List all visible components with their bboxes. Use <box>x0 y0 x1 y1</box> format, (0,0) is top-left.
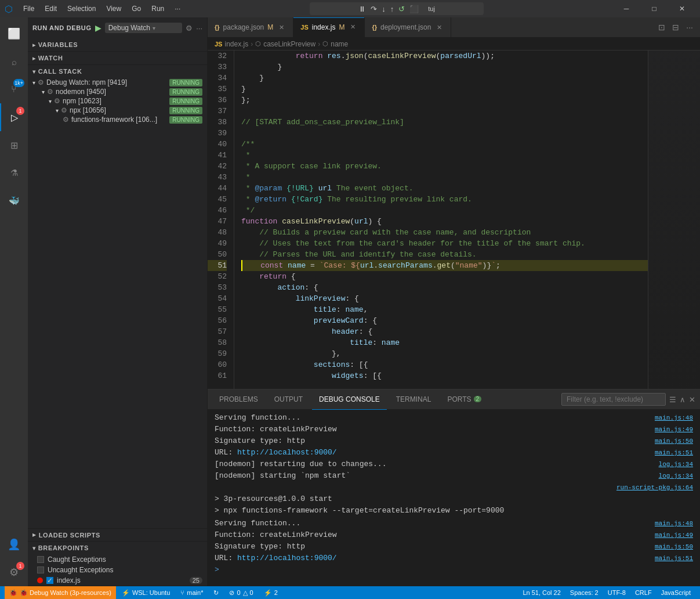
testing-activity-icon[interactable]: ⚗ <box>0 159 28 187</box>
tab-terminal[interactable]: TERMINAL <box>389 389 438 410</box>
status-wsl[interactable]: ⚡ WSL: Ubuntu <box>117 586 175 599</box>
call-stack-item-nodemon[interactable]: ▾ ⚙ nodemon [9450] RUNNING <box>28 87 207 96</box>
call-stack-item-npx[interactable]: ▾ ⚙ npx [10656] RUNNING <box>28 106 207 115</box>
call-stack-header[interactable]: ▾ CALL STACK <box>28 65 207 78</box>
tab-output[interactable]: OUTPUT <box>267 389 310 410</box>
console-link-1[interactable]: main.js:48 <box>655 413 693 423</box>
menu-edit[interactable]: Edit <box>40 3 61 14</box>
breakpoint-index-js[interactable]: ✓ index.js 25 <box>28 575 207 586</box>
status-position[interactable]: Ln 51, Col 22 <box>518 586 565 599</box>
menu-run[interactable]: Run <box>147 3 169 14</box>
call-stack-item-debug-watch[interactable]: ▾ ⚙ Debug Watch: npm [9419] RUNNING <box>28 78 207 87</box>
panel-close-icon[interactable]: ✕ <box>689 395 695 404</box>
status-left: 🐞 🐞 Debug Watch (3p-resources) ⚡ WSL: Ub… <box>5 586 282 599</box>
debug-config-dropdown[interactable]: Debug Watch ▾ <box>105 23 182 33</box>
console-link-7[interactable]: run-script-pkg.js:64 <box>616 482 693 493</box>
breadcrumb-variable[interactable]: name <box>331 40 348 48</box>
console-link-14[interactable]: main.js:51 <box>655 553 693 564</box>
code-line-40: /** <box>241 139 648 150</box>
tab-close-deployment-json[interactable]: ✕ <box>434 23 444 32</box>
call-stack-item-functions-framework[interactable]: ⚙ functions-framework [106...] RUNNING <box>28 115 207 124</box>
code-content[interactable]: return res.json(caseLinkPreview(parsedUr… <box>234 50 648 389</box>
loaded-scripts-header[interactable]: ▸ LOADED SCRIPTS <box>28 529 207 541</box>
more-tabs-icon[interactable]: ··· <box>684 21 695 33</box>
debug-count-label: 2 <box>274 589 278 596</box>
chevron-nodemon: ▾ <box>42 89 45 95</box>
source-control-activity-icon[interactable]: ⑂ 1k+ <box>0 75 28 103</box>
debug-pause-icon[interactable]: ⏸ <box>358 5 366 13</box>
tab-ports[interactable]: PORTS 2 <box>440 389 488 410</box>
code-line-50: // Parses the URL and identify the case … <box>241 249 648 260</box>
status-debug-session[interactable]: 🐞 🐞 Debug Watch (3p-resources) <box>5 586 116 599</box>
start-debug-button[interactable]: ▶ <box>95 23 101 33</box>
code-line-52: return { <box>241 271 648 282</box>
status-line-ending[interactable]: CRLF <box>630 586 657 599</box>
extensions-activity-icon[interactable]: ⊞ <box>0 131 28 159</box>
panel-expand-icon[interactable]: ∧ <box>680 395 686 404</box>
breakpoint-caught-exceptions[interactable]: Caught Exceptions <box>28 554 207 565</box>
tab-problems[interactable]: PROBLEMS <box>212 389 265 410</box>
debug-settings-icon[interactable]: ⚙ <box>186 24 193 33</box>
menu-file[interactable]: File <box>19 3 39 14</box>
console-link-6[interactable]: log.js:34 <box>659 471 693 481</box>
debug-step-out-icon[interactable]: ↑ <box>390 5 394 13</box>
run-debug-activity-icon[interactable]: ▷ 1 <box>0 103 28 131</box>
tab-close-index-js[interactable]: ✕ <box>348 23 357 32</box>
uncaught-exceptions-checkbox[interactable] <box>37 566 44 573</box>
split-editor-icon[interactable]: ⊡ <box>656 21 668 33</box>
account-activity-icon[interactable]: 👤 <box>0 531 28 558</box>
debug-step-over-icon[interactable]: ↷ <box>371 5 377 13</box>
breadcrumb-function[interactable]: caseLinkPreview <box>263 40 315 48</box>
breadcrumb-var-icon: ⬡ <box>322 40 328 48</box>
tab-debug-console[interactable]: DEBUG CONSOLE <box>312 389 387 410</box>
layout-icon[interactable]: ⊟ <box>670 21 681 33</box>
caught-exceptions-checkbox[interactable] <box>37 556 44 563</box>
console-link-2[interactable]: main.js:49 <box>655 424 693 435</box>
debug-more-icon[interactable]: ··· <box>196 24 202 33</box>
console-link-11[interactable]: main.js:48 <box>655 518 693 529</box>
filter-list-icon[interactable]: ☰ <box>669 395 676 404</box>
status-encoding[interactable]: UTF-8 <box>603 586 630 599</box>
menu-more[interactable]: ··· <box>170 3 185 14</box>
status-errors[interactable]: ⊘ 0 △ 0 <box>224 586 257 599</box>
console-line-8: > 3p-resources@1.0.0 start <box>208 493 700 505</box>
explorer-activity-icon[interactable]: ⬜ <box>0 20 28 48</box>
console-link-12[interactable]: main.js:49 <box>655 530 693 540</box>
breadcrumb-file[interactable]: index.js <box>224 40 248 48</box>
close-button[interactable]: ✕ <box>669 0 695 17</box>
minimize-button[interactable]: ─ <box>613 0 640 17</box>
breakpoint-uncaught-exceptions[interactable]: Uncaught Exceptions <box>28 565 207 575</box>
status-spaces[interactable]: Spaces: 2 <box>565 586 603 599</box>
status-branch[interactable]: ⑂ main* <box>176 586 208 599</box>
search-activity-icon[interactable]: ⌕ <box>0 48 28 75</box>
status-language[interactable]: JavaScript <box>657 586 695 599</box>
debug-restart-icon[interactable]: ↺ <box>398 5 405 13</box>
console-link-13[interactable]: main.js:50 <box>655 542 693 552</box>
panel-tabs: PROBLEMS OUTPUT DEBUG CONSOLE TERMINAL P… <box>208 389 700 410</box>
breakpoints-header[interactable]: ▾ BREAKPOINTS <box>28 542 207 554</box>
status-sync[interactable]: ↻ <box>209 586 223 599</box>
status-debug-count[interactable]: ⚡ 2 <box>259 586 282 599</box>
console-link-3[interactable]: main.js:50 <box>655 436 693 446</box>
tab-index-js[interactable]: JS index.js M ✕ <box>293 17 365 38</box>
call-stack-npm-label: npm [10623] <box>63 97 101 105</box>
menu-go[interactable]: Go <box>127 3 146 14</box>
watch-header[interactable]: ▸ WATCH <box>28 52 207 64</box>
call-stack-item-npm[interactable]: ▾ ⚙ npm [10623] RUNNING <box>28 96 207 106</box>
console-input[interactable] <box>222 565 693 575</box>
menu-view[interactable]: View <box>101 3 126 14</box>
tab-deployment-json[interactable]: {} deployment.json ✕ <box>365 17 451 38</box>
console-link-5[interactable]: log.js:34 <box>659 459 693 470</box>
console-filter-input[interactable] <box>561 393 666 406</box>
debug-stop-icon[interactable]: ⬛ <box>409 5 419 13</box>
debug-step-into-icon[interactable]: ↓ <box>382 5 386 13</box>
console-link-4[interactable]: main.js:51 <box>655 448 693 458</box>
index-js-checkbox[interactable]: ✓ <box>46 577 53 584</box>
maximize-button[interactable]: □ <box>641 0 668 17</box>
tab-close-package-json[interactable]: ✕ <box>277 23 286 32</box>
tab-package-json[interactable]: {} package.json M ✕ <box>208 17 293 38</box>
docker-activity-icon[interactable]: 🐳 <box>0 187 28 215</box>
variables-header[interactable]: ▸ VARIABLES <box>28 38 207 51</box>
menu-selection[interactable]: Selection <box>63 3 100 14</box>
settings-activity-icon[interactable]: ⚙ 1 <box>0 558 28 586</box>
